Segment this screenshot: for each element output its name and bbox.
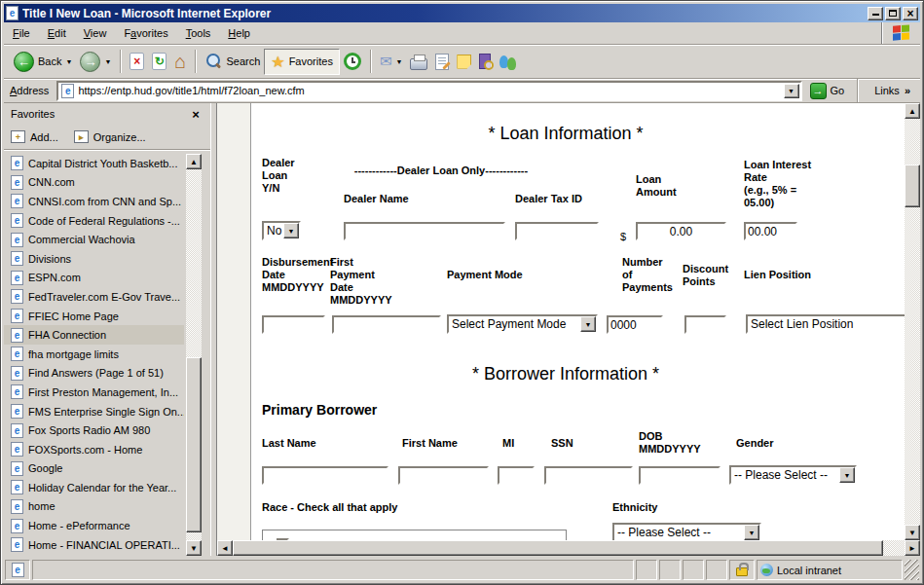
payment-mode-label: Payment Mode: [447, 269, 523, 281]
dob-input[interactable]: [639, 466, 721, 485]
favorite-item[interactable]: eFFIEC Home Page: [4, 307, 184, 326]
scroll-up-button[interactable]: ▲: [186, 154, 202, 169]
forward-button[interactable]: → ▼: [76, 50, 115, 74]
scrollbar-thumb[interactable]: [905, 165, 920, 207]
dropdown-arrow-icon[interactable]: ▼: [839, 467, 855, 483]
dealer-name-input[interactable]: [344, 222, 505, 240]
favorite-item[interactable]: eFHA Connection: [4, 325, 184, 345]
first-payment-date-input[interactable]: [332, 315, 441, 334]
payment-mode-select[interactable]: Select Payment Mode ▼: [447, 314, 598, 334]
maximize-button[interactable]: [885, 7, 901, 20]
menu-edit[interactable]: Edit: [39, 22, 75, 44]
organize-favorites-button[interactable]: ▸ Organize...: [74, 130, 146, 143]
page-left-margin: [217, 103, 251, 540]
print-button[interactable]: [406, 52, 431, 72]
favorites-button[interactable]: ★ Favorites: [264, 49, 340, 75]
address-field[interactable]: e https://entp.hud.gov/title1/html/f72lo…: [56, 81, 801, 101]
lien-position-label: Lien Position: [744, 269, 811, 281]
discount-points-input[interactable]: [684, 315, 726, 334]
first-name-input[interactable]: [398, 466, 489, 485]
dealer-name-label: Dealer Name: [344, 193, 409, 205]
minimize-button[interactable]: [868, 7, 883, 20]
favorite-item[interactable]: eCNN.com: [4, 173, 184, 193]
menu-items: FileEditViewFavoritesToolsHelp: [4, 22, 259, 44]
messenger-button[interactable]: [495, 52, 522, 72]
menu-help[interactable]: Help: [219, 22, 259, 44]
refresh-button[interactable]: ↻: [148, 51, 170, 72]
interest-rate-input[interactable]: [744, 222, 797, 240]
ssn-input[interactable]: [544, 466, 633, 485]
menu-tools[interactable]: Tools: [177, 22, 220, 44]
history-button[interactable]: [340, 51, 365, 72]
mi-input[interactable]: [498, 466, 535, 485]
favorite-label: fha mortgage limits: [28, 348, 119, 360]
address-url[interactable]: https://entp.hud.gov/title1/html/f72loan…: [78, 85, 779, 96]
lien-position-select[interactable]: Select Lien Position: [746, 314, 905, 334]
disbursement-date-input[interactable]: [262, 315, 325, 334]
favorite-item[interactable]: eCommercial Wachovia: [4, 230, 184, 249]
research-button[interactable]: [475, 52, 495, 71]
dealer-tax-id-input[interactable]: [515, 222, 599, 240]
favorite-item[interactable]: eFirst Preston Management, In...: [4, 383, 184, 402]
back-button[interactable]: ← Back ▼: [10, 50, 76, 74]
dealer-loan-only-header: ------------Dealer Loan Only------------: [314, 165, 568, 177]
dropdown-arrow-icon[interactable]: ▼: [744, 525, 759, 540]
scrollbar-thumb[interactable]: [233, 540, 883, 556]
add-favorite-button[interactable]: + Add...: [11, 130, 58, 143]
edit-button[interactable]: [431, 52, 453, 72]
scroll-left-button[interactable]: ◄: [217, 540, 233, 556]
scroll-right-button[interactable]: ►: [905, 540, 920, 556]
favorite-item[interactable]: eCode of Federal Regulations -...: [4, 211, 184, 231]
loan-amount-input[interactable]: [636, 222, 726, 240]
links-button[interactable]: Links »: [868, 85, 917, 96]
scroll-up-button[interactable]: ▲: [905, 103, 920, 119]
favorite-item[interactable]: ehome: [4, 497, 184, 517]
favorite-item[interactable]: eFOXSports.com - Home: [4, 440, 184, 459]
ie-page-icon: e: [11, 366, 23, 381]
scroll-down-button[interactable]: ▼: [186, 540, 202, 556]
vertical-scrollbar[interactable]: ▲ ▼: [905, 103, 920, 540]
favorite-item[interactable]: eCNNSI.com from CNN and Sp...: [4, 192, 184, 211]
favorite-item[interactable]: eFind Answers (Page 1 of 51): [4, 364, 184, 384]
gender-select[interactable]: -- Please Select -- ▼: [729, 465, 857, 485]
search-button[interactable]: Search: [201, 51, 264, 72]
menu-favorites[interactable]: Favorites: [115, 22, 176, 44]
favorite-item[interactable]: eFox Sports Radio AM 980: [4, 420, 184, 440]
forward-dropdown-icon[interactable]: ▼: [104, 58, 111, 65]
favorite-item[interactable]: eDivisions: [4, 249, 184, 269]
scroll-down-button[interactable]: ▼: [905, 525, 920, 540]
menu-view[interactable]: View: [75, 22, 116, 44]
dealer-loan-select[interactable]: No ▼: [262, 221, 301, 240]
favorites-close-button[interactable]: ×: [188, 107, 203, 122]
close-button[interactable]: ×: [903, 7, 918, 20]
dropdown-arrow-icon[interactable]: ▼: [283, 223, 299, 238]
go-button[interactable]: → Go: [807, 83, 848, 99]
home-button[interactable]: ⌂: [170, 51, 190, 72]
dropdown-arrow-icon[interactable]: ▼: [580, 316, 596, 332]
content-frame: * Loan Information * Dealer Loan Y/N ---…: [217, 103, 920, 556]
number-of-payments-input[interactable]: [607, 315, 663, 334]
mail-dropdown-icon[interactable]: ▼: [395, 58, 402, 65]
favorite-item[interactable]: eFedTraveler.com E-Gov Trave...: [4, 287, 184, 307]
favorite-item[interactable]: eGoogle: [4, 459, 184, 479]
scrollbar-thumb[interactable]: [186, 357, 202, 532]
mail-button[interactable]: ✉ ▼: [376, 51, 407, 72]
ethnicity-select[interactable]: -- Please Select -- ▼: [612, 523, 761, 540]
menu-file[interactable]: File: [4, 22, 39, 44]
panel-splitter[interactable]: [210, 103, 217, 556]
favorite-item[interactable]: eCapital District Youth Basketb...: [4, 154, 184, 173]
stop-button[interactable]: ×: [126, 51, 148, 72]
favorite-item[interactable]: eHome - FINANCIAL OPERATI...: [4, 535, 184, 555]
notes-button[interactable]: [453, 53, 475, 71]
back-dropdown-icon[interactable]: ▼: [65, 58, 72, 65]
favorites-scrollbar[interactable]: ▲ ▼: [186, 154, 202, 556]
horizontal-scrollbar[interactable]: ◄ ►: [217, 540, 920, 556]
favorite-item[interactable]: efha mortgage limits: [4, 345, 184, 364]
favorite-item[interactable]: eESPN.com: [4, 269, 184, 288]
favorite-item[interactable]: eHoliday Calendar for the Year...: [4, 478, 184, 497]
favorite-item[interactable]: eFMS Enterprise Single Sign On...: [4, 402, 184, 421]
address-dropdown-button[interactable]: ▼: [784, 84, 799, 98]
resize-grip[interactable]: [905, 560, 919, 580]
favorite-item[interactable]: eHome - ePeformance: [4, 516, 184, 535]
last-name-input[interactable]: [262, 466, 388, 485]
